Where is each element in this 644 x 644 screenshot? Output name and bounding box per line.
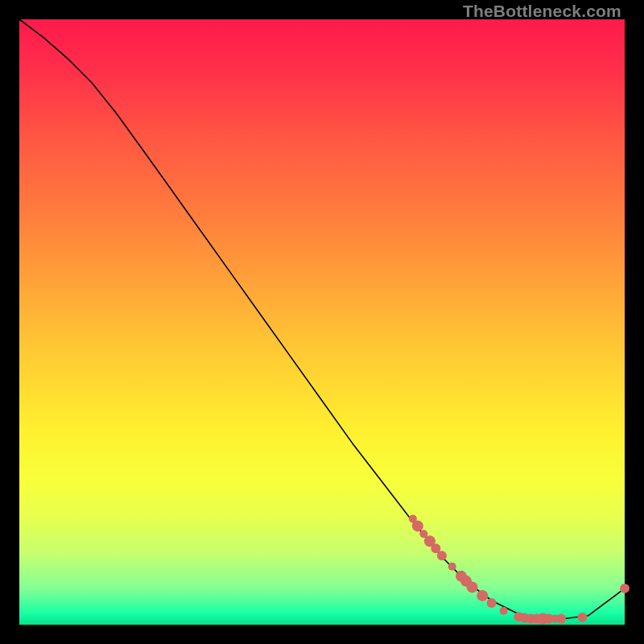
curve-line: [19, 19, 625, 618]
data-marker: [620, 584, 630, 593]
data-marker: [556, 613, 566, 623]
data-marker: [437, 551, 447, 560]
data-marker: [412, 520, 423, 531]
data-marker: [448, 563, 456, 571]
data-marker: [467, 581, 478, 592]
data-marker: [577, 613, 587, 622]
chart-stage: TheBottleneck.com: [0, 0, 644, 644]
data-marker: [477, 590, 488, 601]
data-marker: [500, 607, 508, 615]
data-marker: [487, 598, 497, 608]
watermark-text: TheBottleneck.com: [463, 2, 621, 21]
markers-group: [409, 514, 630, 624]
plot-area: [19, 19, 625, 625]
chart-svg: [19, 19, 625, 625]
